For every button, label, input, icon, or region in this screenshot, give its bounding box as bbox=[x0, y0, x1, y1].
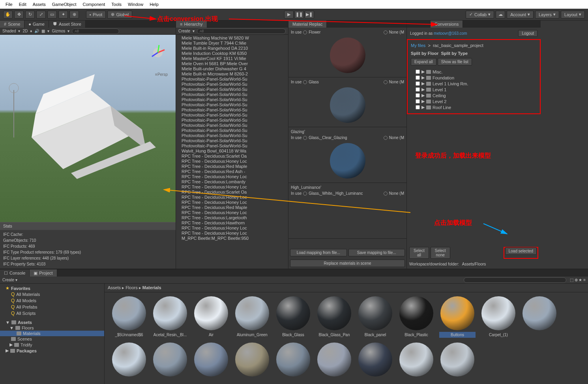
menu-tools[interactable]: Tools bbox=[108, 2, 125, 7]
audio-toggle-icon[interactable]: 🔊 bbox=[34, 29, 39, 33]
hierarchy-item[interactable]: Photovoltaic-Panel-SolarWorld-Su bbox=[182, 138, 288, 143]
pause-button-icon[interactable]: ❚❚ bbox=[294, 11, 304, 19]
hierarchy-item[interactable]: Photovoltaic-Panel-SolarWorld-Su bbox=[182, 92, 288, 97]
load-selected-button[interactable]: Load selected bbox=[505, 247, 537, 255]
fav-all-scripts[interactable]: All Scripts bbox=[16, 311, 36, 316]
tab-console[interactable]: ☐ Console bbox=[0, 269, 30, 277]
tridify-folder[interactable]: Tridify bbox=[21, 343, 32, 347]
menu-edit[interactable]: Edit bbox=[16, 2, 30, 7]
move-tool-icon[interactable]: ✥ bbox=[14, 11, 24, 19]
menu-component[interactable]: Component bbox=[79, 2, 108, 7]
hierarchy-item[interactable]: RPC Tree - Deciduous:Honey Loc bbox=[182, 231, 288, 236]
split-floor-label[interactable]: Split by Floor bbox=[411, 51, 438, 56]
hierarchy-item[interactable]: Miele Built-under Dishwasher G 4 bbox=[182, 66, 288, 72]
tree-item[interactable]: ▶ Ceiling bbox=[411, 92, 537, 98]
material-grid[interactable]: _$5Unnamed$6Acetal_Resin,_Bl...AirAlumin… bbox=[105, 292, 588, 384]
fav-all-models[interactable]: All Models bbox=[16, 298, 36, 303]
tree-item[interactable]: ▶ Misc. bbox=[411, 69, 537, 75]
hierarchy-item[interactable]: Photovoltaic-Panel-SolarWorld-Su bbox=[182, 133, 288, 138]
radio-icon[interactable] bbox=[384, 136, 388, 140]
hierarchy-item[interactable]: RPC Tree - Deciduous:Honey Loc bbox=[182, 174, 288, 179]
radio-icon[interactable] bbox=[303, 30, 307, 34]
hierarchy-search-input[interactable] bbox=[197, 28, 286, 34]
account-dropdown[interactable]: Account ▾ bbox=[507, 11, 534, 19]
transform-tool-icon[interactable]: ✦ bbox=[58, 11, 68, 19]
material-grid-item[interactable] bbox=[357, 343, 393, 378]
material-grid-item[interactable] bbox=[521, 296, 558, 338]
material-grid-item[interactable]: Air bbox=[193, 296, 229, 338]
hierarchy-item[interactable]: RPC Tree - Deciduous:Lombardy bbox=[182, 179, 288, 184]
tree-item[interactable]: ▶ Foundation bbox=[411, 75, 537, 81]
hierarchy-list[interactable]: Miele Washing Machine W 5820 WMiele Tumb… bbox=[176, 35, 288, 269]
radio-icon[interactable] bbox=[303, 80, 307, 84]
floors-folder[interactable]: Floors bbox=[22, 326, 34, 330]
material-grid-item[interactable]: Black_Glass bbox=[275, 296, 311, 338]
cloud-icon[interactable]: ☁ bbox=[496, 11, 505, 19]
hierarchy-item[interactable]: Walvit_Hung Bowl_604118 W:Wa bbox=[182, 149, 288, 154]
material-grid-item[interactable] bbox=[234, 343, 270, 378]
layers-dropdown[interactable]: Layers ▾ bbox=[535, 11, 559, 19]
hierarchy-item[interactable]: RPC Tree - Deciduous:Hawthorn bbox=[182, 220, 288, 226]
hierarchy-item[interactable]: RPC Tree - Deciduous:Red Ash - bbox=[182, 169, 288, 174]
select-none-button[interactable]: Select none bbox=[431, 247, 450, 259]
menu-file[interactable]: File bbox=[2, 2, 16, 7]
gizmos-dropdown[interactable]: Gizmos bbox=[52, 29, 65, 33]
material-grid-item[interactable] bbox=[193, 343, 229, 378]
radio-icon[interactable] bbox=[384, 80, 388, 84]
tree-checkbox[interactable] bbox=[416, 87, 420, 92]
global-toggle[interactable]: ⊕Global bbox=[107, 11, 132, 19]
tree-item[interactable]: ▶ Level 1 Living Rm. bbox=[411, 81, 537, 87]
hierarchy-item[interactable]: Miele Induction Cooktop KM 6350 bbox=[182, 51, 288, 56]
hierarchy-item[interactable]: Miele Oven H 5681 BP:Miele Over bbox=[182, 61, 288, 66]
hierarchy-item[interactable]: RPC Tree - Deciduous:Scarlet Oa bbox=[182, 154, 288, 159]
scale-tool-icon[interactable]: ⤢ bbox=[36, 11, 46, 19]
radio-icon[interactable] bbox=[303, 136, 307, 140]
hierarchy-item[interactable]: Miele Built-in Microwave M 8260-2 bbox=[182, 72, 288, 77]
hierarchy-item[interactable]: Photovoltaic-Panel-SolarWorld-Su bbox=[182, 123, 288, 128]
breadcrumb-item[interactable]: Materials bbox=[142, 285, 161, 290]
tab-game[interactable]: ● Game bbox=[24, 21, 49, 28]
material-grid-item[interactable]: Black_Glass_Pan bbox=[316, 296, 352, 338]
scenes-folder[interactable]: Scenes bbox=[17, 337, 32, 341]
hierarchy-item[interactable]: Photovoltaic-Panel-SolarWorld-Su bbox=[182, 97, 288, 102]
material-grid-item[interactable] bbox=[275, 343, 311, 378]
material-grid-item[interactable]: Black_panel bbox=[357, 296, 393, 338]
material-grid-item[interactable] bbox=[439, 343, 476, 378]
tree-checkbox[interactable] bbox=[416, 99, 420, 104]
hierarchy-item[interactable]: Miele Built-in Rangehood DA 2210 bbox=[182, 46, 288, 51]
rotate-tool-icon[interactable]: ↻ bbox=[25, 11, 35, 19]
load-mapping-button[interactable]: Load mapping from file... bbox=[290, 249, 347, 256]
favorites-folder[interactable]: Favorites bbox=[11, 286, 30, 291]
tree-checkbox[interactable] bbox=[416, 81, 420, 86]
radio-icon[interactable] bbox=[384, 192, 388, 196]
save-mapping-button[interactable]: Save mapping to file... bbox=[348, 249, 405, 256]
pivot-toggle[interactable]: ▪Pivot bbox=[86, 11, 106, 19]
hierarchy-item[interactable]: Photovoltaic-Panel-SolarWorld-Su bbox=[182, 128, 288, 133]
material-grid-item[interactable]: Acetal_Resin,_Bl... bbox=[152, 296, 188, 338]
hierarchy-item[interactable]: RPC Tree - Deciduous:Honey Loc bbox=[182, 184, 288, 190]
material-grid-item[interactable] bbox=[111, 343, 147, 378]
radio-icon[interactable] bbox=[303, 192, 307, 196]
menu-assets[interactable]: Assets bbox=[30, 2, 49, 7]
shading-dropdown[interactable]: Shaded bbox=[2, 29, 16, 33]
material-grid-item[interactable]: Buttons bbox=[439, 296, 476, 338]
packages-folder[interactable]: Packages bbox=[17, 348, 37, 353]
materials-folder[interactable]: Materials bbox=[23, 331, 41, 336]
breadcrumb-item[interactable]: Assets bbox=[108, 285, 121, 290]
hierarchy-item[interactable]: Photovoltaic-Panel-SolarWorld-Su bbox=[182, 107, 288, 113]
scene-search-input[interactable] bbox=[72, 28, 119, 34]
step-button-icon[interactable]: ▶❚ bbox=[305, 11, 314, 19]
hierarchy-item[interactable]: RPC Tree - Deciduous:Honey Loc bbox=[182, 210, 288, 215]
custom-tool-icon[interactable]: ⊕ bbox=[69, 11, 79, 19]
tab-hierarchy[interactable]: ≡ Hierarchy bbox=[176, 21, 207, 28]
material-grid-item[interactable] bbox=[152, 343, 188, 378]
fx-toggle-icon[interactable]: ▦ bbox=[41, 29, 45, 33]
hierarchy-item[interactable]: Photovoltaic-Panel-SolarWorld-Su bbox=[182, 102, 288, 107]
hierarchy-item[interactable]: Photovoltaic-Panel-SolarWorld-Su bbox=[182, 118, 288, 123]
assets-folder[interactable]: Assets bbox=[18, 320, 32, 325]
tree-item[interactable]: ▶ Roof Line bbox=[411, 104, 537, 110]
2d-toggle[interactable]: 2D bbox=[22, 29, 28, 33]
menu-gameobject[interactable]: GameObject bbox=[49, 2, 80, 7]
hierarchy-item[interactable]: RPC Tree - Deciduous:Honey Loc bbox=[182, 200, 288, 205]
scene-viewport[interactable]: ≡Persp bbox=[0, 35, 176, 222]
